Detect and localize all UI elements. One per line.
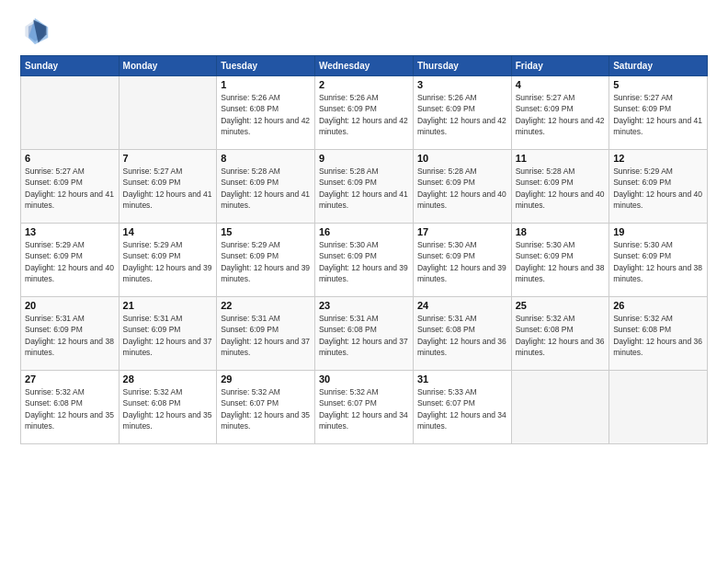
calendar-cell [511, 371, 609, 444]
calendar-cell: 31Sunrise: 5:33 AM Sunset: 6:07 PM Dayli… [413, 371, 511, 444]
weekday-header-monday: Monday [119, 56, 217, 76]
calendar-cell: 10Sunrise: 5:28 AM Sunset: 6:09 PM Dayli… [413, 150, 511, 224]
day-info: Sunrise: 5:30 AM Sunset: 6:09 PM Dayligh… [516, 239, 606, 284]
day-info: Sunrise: 5:28 AM Sunset: 6:09 PM Dayligh… [319, 166, 409, 211]
calendar-cell: 11Sunrise: 5:28 AM Sunset: 6:09 PM Dayli… [511, 150, 609, 224]
day-info: Sunrise: 5:30 AM Sunset: 6:09 PM Dayligh… [417, 239, 507, 284]
day-info: Sunrise: 5:30 AM Sunset: 6:09 PM Dayligh… [613, 239, 703, 284]
logo-icon [20, 17, 50, 46]
day-info: Sunrise: 5:27 AM Sunset: 6:09 PM Dayligh… [25, 166, 115, 211]
day-info: Sunrise: 5:28 AM Sunset: 6:09 PM Dayligh… [516, 166, 606, 211]
logo [20, 17, 55, 46]
calendar-cell: 1Sunrise: 5:26 AM Sunset: 6:08 PM Daylig… [217, 76, 315, 150]
day-number: 13 [25, 226, 115, 237]
calendar-cell: 13Sunrise: 5:29 AM Sunset: 6:09 PM Dayli… [21, 224, 119, 297]
day-number: 24 [417, 300, 507, 311]
calendar-cell: 30Sunrise: 5:32 AM Sunset: 6:07 PM Dayli… [314, 371, 413, 444]
calendar-cell: 9Sunrise: 5:28 AM Sunset: 6:09 PM Daylig… [314, 150, 413, 224]
day-number: 16 [319, 226, 409, 237]
calendar-cell: 8Sunrise: 5:28 AM Sunset: 6:09 PM Daylig… [217, 150, 315, 224]
page: SundayMondayTuesdayWednesdayThursdayFrid… [0, 0, 728, 563]
calendar-week-row: 13Sunrise: 5:29 AM Sunset: 6:09 PM Dayli… [21, 224, 708, 297]
day-info: Sunrise: 5:26 AM Sunset: 6:09 PM Dayligh… [417, 92, 507, 137]
day-info: Sunrise: 5:32 AM Sunset: 6:08 PM Dayligh… [25, 386, 115, 431]
calendar-cell: 22Sunrise: 5:31 AM Sunset: 6:09 PM Dayli… [217, 297, 315, 371]
day-number: 17 [417, 226, 507, 237]
calendar-cell: 16Sunrise: 5:30 AM Sunset: 6:09 PM Dayli… [314, 224, 413, 297]
day-info: Sunrise: 5:32 AM Sunset: 6:07 PM Dayligh… [221, 386, 311, 431]
day-number: 20 [25, 300, 115, 311]
day-info: Sunrise: 5:28 AM Sunset: 6:09 PM Dayligh… [221, 166, 311, 211]
day-info: Sunrise: 5:27 AM Sunset: 6:09 PM Dayligh… [613, 92, 703, 137]
calendar-cell: 4Sunrise: 5:27 AM Sunset: 6:09 PM Daylig… [511, 76, 609, 150]
calendar-cell: 2Sunrise: 5:26 AM Sunset: 6:09 PM Daylig… [314, 76, 413, 150]
calendar-cell: 15Sunrise: 5:29 AM Sunset: 6:09 PM Dayli… [217, 224, 315, 297]
calendar-cell: 24Sunrise: 5:31 AM Sunset: 6:08 PM Dayli… [413, 297, 511, 371]
calendar-cell [609, 371, 708, 444]
calendar-cell: 17Sunrise: 5:30 AM Sunset: 6:09 PM Dayli… [413, 224, 511, 297]
calendar-table: SundayMondayTuesdayWednesdayThursdayFrid… [20, 55, 708, 444]
day-number: 28 [123, 373, 213, 385]
calendar-cell: 25Sunrise: 5:32 AM Sunset: 6:08 PM Dayli… [511, 297, 609, 371]
day-number: 9 [319, 153, 409, 164]
day-info: Sunrise: 5:30 AM Sunset: 6:09 PM Dayligh… [319, 239, 409, 284]
calendar-week-row: 6Sunrise: 5:27 AM Sunset: 6:09 PM Daylig… [21, 150, 708, 224]
weekday-header-friday: Friday [511, 56, 609, 76]
calendar-cell: 29Sunrise: 5:32 AM Sunset: 6:07 PM Dayli… [217, 371, 315, 444]
day-info: Sunrise: 5:28 AM Sunset: 6:09 PM Dayligh… [417, 166, 507, 211]
day-number: 10 [417, 153, 507, 164]
day-number: 6 [25, 153, 115, 164]
calendar-cell: 26Sunrise: 5:32 AM Sunset: 6:08 PM Dayli… [609, 297, 708, 371]
day-info: Sunrise: 5:29 AM Sunset: 6:09 PM Dayligh… [123, 239, 213, 284]
calendar-week-row: 27Sunrise: 5:32 AM Sunset: 6:08 PM Dayli… [21, 371, 708, 444]
day-info: Sunrise: 5:31 AM Sunset: 6:09 PM Dayligh… [123, 313, 213, 358]
calendar-cell [119, 76, 217, 150]
calendar-cell: 5Sunrise: 5:27 AM Sunset: 6:09 PM Daylig… [609, 76, 708, 150]
calendar-cell: 14Sunrise: 5:29 AM Sunset: 6:09 PM Dayli… [119, 224, 217, 297]
weekday-header-thursday: Thursday [413, 56, 511, 76]
calendar-week-row: 20Sunrise: 5:31 AM Sunset: 6:09 PM Dayli… [21, 297, 708, 371]
day-info: Sunrise: 5:33 AM Sunset: 6:07 PM Dayligh… [417, 386, 507, 431]
day-info: Sunrise: 5:31 AM Sunset: 6:09 PM Dayligh… [221, 313, 311, 358]
day-info: Sunrise: 5:31 AM Sunset: 6:08 PM Dayligh… [417, 313, 507, 358]
calendar-cell: 7Sunrise: 5:27 AM Sunset: 6:09 PM Daylig… [119, 150, 217, 224]
calendar-cell: 28Sunrise: 5:32 AM Sunset: 6:08 PM Dayli… [119, 371, 217, 444]
day-number: 31 [417, 373, 507, 385]
day-number: 12 [613, 153, 703, 164]
day-number: 27 [25, 373, 115, 385]
header [20, 17, 708, 46]
day-number: 15 [221, 226, 311, 237]
calendar-cell: 23Sunrise: 5:31 AM Sunset: 6:08 PM Dayli… [314, 297, 413, 371]
day-info: Sunrise: 5:32 AM Sunset: 6:08 PM Dayligh… [613, 313, 703, 358]
calendar-cell: 3Sunrise: 5:26 AM Sunset: 6:09 PM Daylig… [413, 76, 511, 150]
day-number: 4 [516, 79, 606, 90]
day-number: 14 [123, 226, 213, 237]
day-number: 18 [516, 226, 606, 237]
calendar-cell: 21Sunrise: 5:31 AM Sunset: 6:09 PM Dayli… [119, 297, 217, 371]
day-number: 8 [221, 153, 311, 164]
day-info: Sunrise: 5:29 AM Sunset: 6:09 PM Dayligh… [613, 166, 703, 211]
day-number: 22 [221, 300, 311, 311]
day-info: Sunrise: 5:32 AM Sunset: 6:08 PM Dayligh… [123, 386, 213, 431]
day-info: Sunrise: 5:32 AM Sunset: 6:07 PM Dayligh… [319, 386, 409, 431]
day-info: Sunrise: 5:27 AM Sunset: 6:09 PM Dayligh… [516, 92, 606, 137]
day-number: 2 [319, 79, 409, 90]
day-info: Sunrise: 5:31 AM Sunset: 6:09 PM Dayligh… [25, 313, 115, 358]
day-number: 1 [221, 79, 311, 90]
day-number: 7 [123, 153, 213, 164]
day-number: 26 [613, 300, 703, 311]
day-info: Sunrise: 5:26 AM Sunset: 6:08 PM Dayligh… [221, 92, 311, 137]
calendar-cell: 12Sunrise: 5:29 AM Sunset: 6:09 PM Dayli… [609, 150, 708, 224]
calendar-cell: 6Sunrise: 5:27 AM Sunset: 6:09 PM Daylig… [21, 150, 119, 224]
day-number: 5 [613, 79, 703, 90]
weekday-header-row: SundayMondayTuesdayWednesdayThursdayFrid… [21, 56, 708, 76]
calendar-cell: 19Sunrise: 5:30 AM Sunset: 6:09 PM Dayli… [609, 224, 708, 297]
day-number: 3 [417, 79, 507, 90]
day-number: 25 [516, 300, 606, 311]
calendar-cell: 20Sunrise: 5:31 AM Sunset: 6:09 PM Dayli… [21, 297, 119, 371]
calendar-cell: 27Sunrise: 5:32 AM Sunset: 6:08 PM Dayli… [21, 371, 119, 444]
day-number: 30 [319, 373, 409, 385]
day-info: Sunrise: 5:29 AM Sunset: 6:09 PM Dayligh… [221, 239, 311, 284]
calendar-cell [21, 76, 119, 150]
day-number: 21 [123, 300, 213, 311]
